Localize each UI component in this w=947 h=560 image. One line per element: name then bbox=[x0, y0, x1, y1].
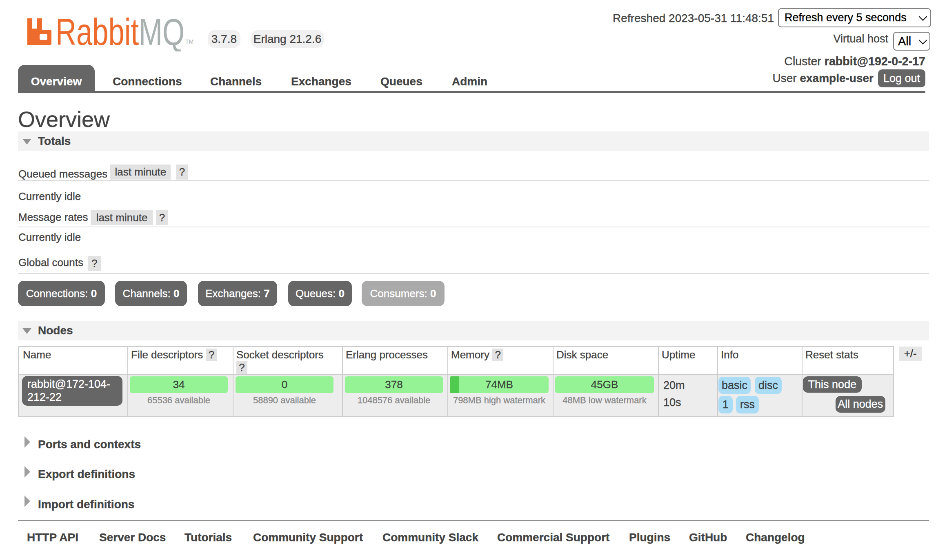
svg-text:MQ: MQ bbox=[139, 17, 185, 51]
svg-text:Rabbit: Rabbit bbox=[56, 17, 139, 51]
svg-text:TM: TM bbox=[185, 38, 193, 45]
